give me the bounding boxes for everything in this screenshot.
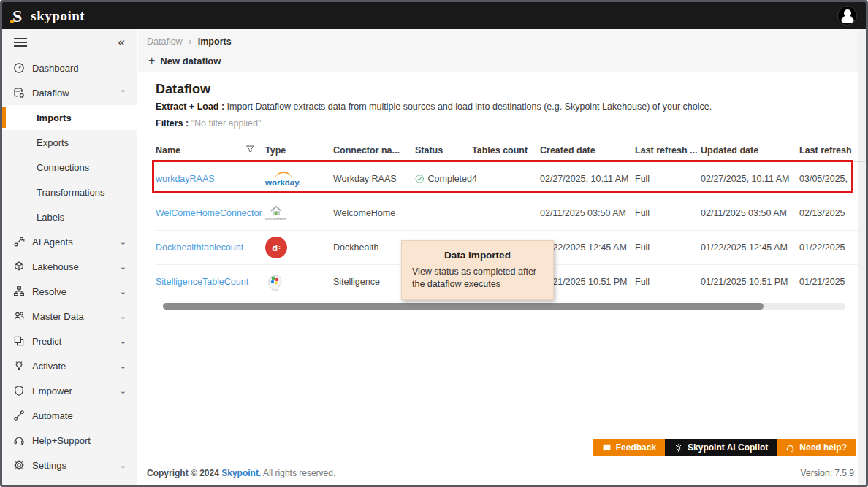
filters-line: Filters : "No filter applied": [156, 118, 866, 129]
action-buttons: Feedback Skypoint AI Copilot Need help?: [593, 439, 856, 456]
last-refresh-type: Full: [635, 242, 701, 253]
skypoint-logo-s: S: [11, 7, 23, 25]
empower-icon: [12, 385, 25, 397]
sidebar-item-empower[interactable]: Empower ⌄: [2, 378, 137, 403]
copilot-icon: [674, 443, 683, 453]
last-refresh-type: Full: [635, 277, 701, 287]
chevron-down-icon: ⌄: [120, 312, 126, 321]
skypoint-link[interactable]: Skypoint.: [221, 468, 261, 478]
breadcrumb-dataflow[interactable]: Dataflow: [147, 37, 183, 47]
help-support-icon: [12, 434, 25, 447]
sidebar-item-automate[interactable]: Automate: [2, 403, 137, 428]
predict-icon: [12, 335, 25, 348]
feedback-button[interactable]: Feedback: [593, 439, 665, 456]
last-refresh-date: 02/13/2025: [799, 208, 866, 218]
sidebar-item-resolve[interactable]: Resolve ⌄: [2, 279, 137, 304]
sidebar-item-ai-agents[interactable]: AI Agents ⌄: [2, 229, 137, 254]
sidebar-item-activate[interactable]: Activate ⌄: [2, 353, 137, 378]
column-header-last-refresh-type[interactable]: Last refresh ...: [635, 145, 701, 156]
sidebar-item-dashboard[interactable]: Dashboard: [2, 55, 137, 80]
chevron-down-icon: ⌄: [120, 262, 126, 272]
dashboard-icon: [12, 62, 25, 74]
workday-logo: workday.: [265, 172, 301, 188]
footer: Copyright © 2024 Skypoint. All rights re…: [138, 461, 857, 485]
skypoint-logo[interactable]: S skypoint: [11, 7, 85, 25]
connector-name: WelcomeHome: [333, 208, 415, 218]
column-header-name[interactable]: Name: [156, 145, 265, 156]
sidebar-item-help-support[interactable]: Help+Support: [2, 428, 137, 453]
column-header-last-refresh[interactable]: Last refresh: [799, 145, 866, 156]
created-date: 01/22/2025 12:45 AM: [540, 242, 635, 253]
breadcrumb-separator: ›: [189, 37, 191, 47]
last-refresh-date: 01/22/2025: [799, 242, 866, 253]
skypoint-ai-copilot-button[interactable]: Skypoint AI Copilot: [665, 439, 777, 456]
breadcrumb-imports: Imports: [198, 37, 232, 47]
breadcrumb: Dataflow › Imports: [147, 35, 866, 51]
created-date: 01/21/2025 10:51 PM: [540, 277, 635, 287]
automate-icon: [12, 410, 25, 422]
app-window: S skypoint « Dashboard Dataflow ⌃ Import…: [0, 0, 868, 487]
page-description: Extract + Load : Import Dataflow extract…: [156, 101, 866, 112]
top-bar: S skypoint: [2, 2, 866, 29]
column-header-tables-count[interactable]: Tables count: [472, 145, 540, 156]
dataflow-link-dockhealth[interactable]: Dockhealthtablecount: [156, 242, 243, 253]
sidebar-item-master-data[interactable]: Master Data ⌄: [2, 304, 137, 329]
filter-funnel-icon[interactable]: [245, 145, 255, 156]
new-dataflow-button[interactable]: + New dataflow: [147, 51, 222, 70]
dataflow-link-sitelligence[interactable]: SitelligenceTableCount: [156, 277, 248, 287]
chevron-down-icon: ⌄: [120, 461, 126, 470]
table-row-welcomehome[interactable]: WelComeHomeConnector WelcomeHome Welcome…: [156, 196, 866, 231]
column-header-type[interactable]: Type: [265, 145, 333, 156]
subheader: Dataflow › Imports + New dataflow: [138, 29, 866, 72]
need-help-button[interactable]: Need help?: [777, 439, 856, 456]
hamburger-menu-icon[interactable]: [14, 36, 27, 49]
chevron-down-icon: ⌄: [120, 237, 126, 247]
chevron-down-icon: ⌄: [120, 287, 126, 296]
status-completed: Completed: [415, 174, 472, 184]
sidebar-item-lakehouse[interactable]: Lakehouse ⌄: [2, 254, 137, 279]
created-date: 02/11/2025 03:50 AM: [540, 208, 635, 218]
sidebar-item-exports[interactable]: Exports: [2, 130, 137, 155]
sidebar-item-transformations[interactable]: Transformations: [2, 180, 137, 204]
activate-icon: [12, 360, 25, 372]
check-circle-icon: [415, 174, 425, 184]
resolve-icon: [12, 285, 25, 298]
last-refresh-type: Full: [635, 208, 701, 218]
horizontal-scrollbar-track[interactable]: [163, 303, 845, 310]
headset-icon: [785, 443, 795, 453]
connector-name: Workday RAAS: [333, 174, 415, 184]
column-header-created-date[interactable]: Created date: [540, 145, 635, 156]
chevron-up-icon: ⌃: [120, 88, 126, 98]
sidebar-header: «: [2, 29, 137, 55]
updated-date: 02/11/2025 03:50 AM: [701, 208, 799, 218]
logo-dot: [10, 20, 14, 23]
dataflow-link-workdayraas[interactable]: workdayRAAS: [156, 174, 215, 184]
table-row-workdayraas[interactable]: workdayRAAS workday. Workday RAAS Comple…: [156, 162, 866, 196]
dataflow-link-welcomehome[interactable]: WelComeHomeConnector: [156, 208, 262, 218]
main-area: Dataflow › Imports + New dataflow Datafl…: [138, 29, 866, 485]
plus-icon: +: [148, 54, 155, 67]
sitelligence-logo: [265, 283, 284, 293]
sidebar-item-labels[interactable]: Labels: [2, 204, 137, 229]
horizontal-scrollbar-thumb[interactable]: [163, 303, 764, 310]
sidebar-item-predict[interactable]: Predict ⌄: [2, 329, 137, 353]
settings-icon: [12, 459, 25, 472]
version-text: Version: 7.5.9: [801, 468, 854, 478]
column-header-updated-date[interactable]: Updated date: [701, 145, 799, 156]
collapse-sidebar-icon[interactable]: «: [118, 35, 125, 50]
column-header-status[interactable]: Status: [415, 145, 472, 156]
column-header-connector[interactable]: Connector na...: [333, 145, 415, 156]
sidebar: « Dashboard Dataflow ⌃ Imports Exports C…: [2, 29, 137, 485]
updated-date: 02/27/2025, 10:11 AM: [701, 174, 799, 184]
sidebar-item-imports[interactable]: Imports: [2, 105, 137, 130]
sidebar-item-connections[interactable]: Connections: [2, 155, 137, 180]
sidebar-item-dataflow[interactable]: Dataflow ⌃: [2, 80, 137, 105]
chevron-down-icon: ⌄: [120, 361, 126, 371]
user-avatar[interactable]: [837, 6, 857, 26]
chevron-down-icon: ⌄: [120, 337, 126, 346]
dataflow-table: Name Type Connector na... Status Tables …: [151, 139, 866, 299]
last-refresh-type: Full: [635, 174, 701, 184]
last-refresh-date: 01/21/2025: [799, 277, 866, 287]
dataflow-icon: [12, 87, 25, 99]
sidebar-item-settings[interactable]: Settings ⌄: [2, 453, 137, 478]
